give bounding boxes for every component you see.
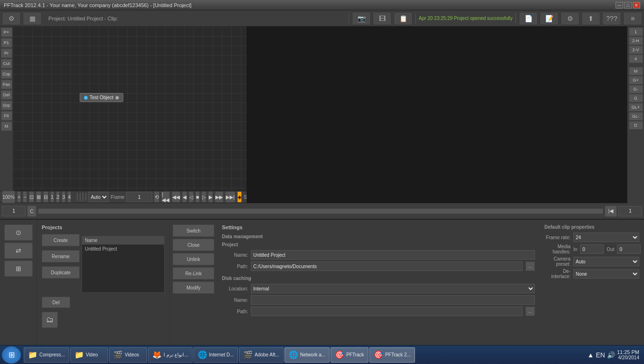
- node-btn-pr[interactable]: Pr: [1, 48, 12, 58]
- de-interlace-select[interactable]: None: [573, 269, 639, 279]
- taskbar-item-internet[interactable]: 🌐 Internet D...: [193, 347, 238, 363]
- settings-button[interactable]: ⚙: [561, 12, 580, 25]
- timeline-end-btn[interactable]: |◀: [605, 205, 617, 217]
- taskbar-item-pftrack[interactable]: 🎯 PFTrack: [331, 347, 368, 363]
- num-3[interactable]: 3: [62, 191, 65, 203]
- node-btn-grp[interactable]: Grp: [1, 101, 12, 110]
- close-button[interactable]: ✕: [633, 2, 640, 9]
- goto-start-btn[interactable]: |◀◀: [161, 191, 170, 203]
- node-btn-fit[interactable]: Fit: [1, 111, 12, 121]
- text-button[interactable]: 📝: [540, 12, 559, 25]
- next-frame-btn[interactable]: ▶: [208, 191, 213, 203]
- node-btn-del[interactable]: Del: [1, 90, 12, 100]
- grid-view-button[interactable]: ▦: [23, 12, 42, 25]
- lmt-grid-btn[interactable]: ⊞: [4, 261, 33, 277]
- node-graph-area[interactable]: Test Object: [13, 27, 247, 191]
- taskbar-item-aftereffects[interactable]: 🎬 Adobe Aft...: [239, 347, 284, 363]
- rn-glplus[interactable]: GL+: [629, 103, 643, 112]
- taskbar-item-video[interactable]: 📁 Video: [70, 347, 108, 363]
- taskbar-clock[interactable]: 11:25 PM 4/20/2014: [617, 349, 639, 360]
- maximize-button[interactable]: □: [624, 2, 632, 9]
- rn-g[interactable]: G: [629, 94, 643, 103]
- film-button[interactable]: 🎞: [373, 12, 392, 25]
- unlink-button[interactable]: Unlink: [173, 253, 214, 265]
- rn-2v[interactable]: 2-V: [629, 46, 643, 54]
- num-1[interactable]: 1: [50, 191, 54, 203]
- rn-d[interactable]: D: [629, 121, 643, 130]
- taskbar-item-firefox[interactable]: 🦊 انواع نرم ا...: [148, 347, 193, 363]
- gold-btn[interactable]: ◈: [237, 191, 242, 203]
- minimize-button[interactable]: ─: [616, 2, 623, 9]
- volume-icon[interactable]: 🔊: [607, 351, 615, 359]
- num-4[interactable]: 4: [67, 191, 71, 203]
- project-path-input[interactable]: [251, 261, 523, 271]
- in-input[interactable]: [580, 244, 604, 254]
- node-btn-pas[interactable]: Pas: [1, 80, 12, 89]
- clipboard-button[interactable]: 📋: [394, 12, 413, 25]
- taskbar-item-compress[interactable]: 📁 Compress...: [24, 347, 69, 363]
- node-btn-m[interactable]: M: [1, 121, 12, 131]
- location-select[interactable]: Internal: [251, 284, 535, 293]
- zoom-in-button[interactable]: +: [17, 191, 21, 203]
- node-btn-cop[interactable]: Cop: [1, 69, 12, 79]
- disk-path-input[interactable]: [251, 307, 523, 316]
- rn-gplus[interactable]: G+: [629, 76, 643, 84]
- help-button[interactable]: ???: [602, 12, 621, 25]
- lmt-swap-btn[interactable]: ⇄: [4, 243, 33, 259]
- path-browse-button[interactable]: ...: [525, 261, 535, 271]
- create-button[interactable]: Create: [42, 234, 80, 246]
- reset-button[interactable]: ⊠: [36, 191, 41, 203]
- loop-btn[interactable]: ⟲: [154, 191, 159, 203]
- taskbar-item-videos[interactable]: 🎬 Videos: [109, 347, 147, 363]
- zoom-out-button[interactable]: −: [23, 191, 27, 203]
- node-btn-p1[interactable]: P1: [1, 38, 12, 47]
- rn-gminus[interactable]: G-: [629, 85, 643, 93]
- rn-m[interactable]: M: [629, 67, 643, 75]
- duplicate-button[interactable]: Duplicate: [42, 266, 80, 279]
- timeline-end[interactable]: [618, 206, 642, 216]
- rn-2h[interactable]: 2-H: [629, 37, 643, 45]
- test-object-node[interactable]: Test Object: [80, 93, 123, 102]
- taskbar-item-pftrack2[interactable]: 🎯 PFTrack 2...: [369, 347, 415, 363]
- out-input[interactable]: [617, 244, 641, 254]
- fit-frame-button[interactable]: ⊡: [29, 191, 34, 203]
- tray-up-icon[interactable]: ▲: [588, 351, 594, 359]
- notes-button[interactable]: 📄: [519, 12, 538, 25]
- view-button[interactable]: ⊟: [43, 191, 48, 203]
- rn-1[interactable]: 1: [629, 28, 643, 36]
- menu-button[interactable]: ≡: [623, 12, 642, 25]
- del-button[interactable]: Del: [42, 297, 70, 308]
- color-blue[interactable]: [83, 193, 83, 201]
- camera-button[interactable]: 📷: [352, 12, 371, 25]
- pftrack-icon-button[interactable]: ⚙: [2, 12, 21, 25]
- disk-name-input[interactable]: [251, 295, 535, 305]
- camera-preset-select[interactable]: Auto: [573, 257, 639, 266]
- color-green[interactable]: [80, 193, 81, 201]
- lang-icon[interactable]: EN: [596, 351, 605, 359]
- goto-end-btn[interactable]: ▶▶|: [225, 191, 235, 203]
- node-btn-cut[interactable]: Cut: [1, 59, 12, 68]
- start-button[interactable]: ⊞: [2, 346, 21, 364]
- project-icon-btn[interactable]: 🗂: [42, 312, 58, 328]
- step-fwd-btn[interactable]: ▶▶: [215, 191, 223, 203]
- frame-input[interactable]: [126, 192, 152, 202]
- relink-button[interactable]: Re-Link: [173, 267, 214, 280]
- rename-button[interactable]: Rename: [42, 250, 80, 262]
- timeline-c-btn[interactable]: C: [27, 205, 37, 217]
- project-name-input[interactable]: [251, 250, 535, 260]
- close-proj-button[interactable]: Close: [173, 239, 214, 251]
- rn-4[interactable]: 4: [629, 55, 643, 63]
- disk-path-browse[interactable]: ...: [525, 307, 535, 316]
- upload-button[interactable]: ⬆: [581, 12, 600, 25]
- taskbar-item-network[interactable]: 🌐 Network a...: [285, 347, 330, 363]
- rn-glminus[interactable]: GL-: [629, 112, 643, 121]
- frame-rate-select[interactable]: 24: [573, 233, 639, 242]
- timeline-start[interactable]: [2, 206, 26, 216]
- stop-btn[interactable]: ■: [195, 191, 200, 203]
- color-red[interactable]: [77, 193, 78, 201]
- switch-button[interactable]: Switch: [173, 224, 214, 237]
- lmt-knob-btn[interactable]: ⊙: [4, 224, 33, 241]
- num-2[interactable]: 2: [56, 191, 60, 203]
- modify-button[interactable]: Modify: [173, 281, 214, 294]
- node-btn-pplus[interactable]: P+: [1, 28, 12, 37]
